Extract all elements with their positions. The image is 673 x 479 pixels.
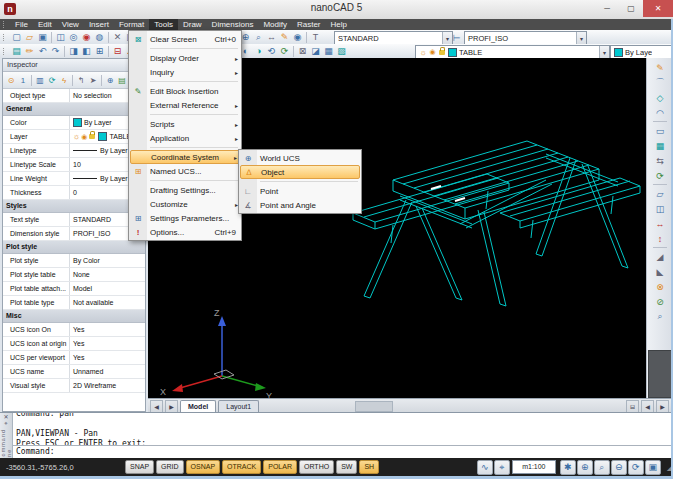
close-icon[interactable]: ✕ [3,413,8,420]
clipboard-icon[interactable]: ▤ [116,74,128,87]
fillet-tool-icon[interactable]: ◣ [652,264,668,279]
scroll-right-button[interactable]: ▶ [656,400,669,413]
new-file-icon[interactable]: ▢ [10,31,23,44]
dimension-style-combo[interactable]: PROFI_ISO ▾ [464,31,587,45]
toggle-sw[interactable]: SW [336,460,357,474]
section-styles[interactable]: Styles [3,200,145,213]
menu-item-inquiry[interactable]: Inquiry ▸ [130,65,240,79]
menu-item-external-reference[interactable]: External Reference ▸ [130,98,240,112]
menu-item-edit-block-insertion[interactable]: ✎ Edit Block Insertion [130,84,240,98]
menu-edit[interactable]: Edit [33,19,57,30]
toggle-polar[interactable]: POLAR [263,460,297,474]
paste-icon[interactable]: ▤ [10,45,23,58]
edit-pencil-icon[interactable]: ✎ [278,31,291,44]
submenu-item-world-ucs[interactable]: ⊕ World UCS [240,151,360,165]
polygon-tool-icon[interactable]: ◇ [652,90,668,105]
regen-icon[interactable]: ⟳ [628,460,644,475]
property-row-dimension-style[interactable]: Dimension style PROFI_ISO [3,227,145,241]
property-row-plot-table-attach[interactable]: Plot table attach... Model [3,282,145,296]
menu-insert[interactable]: Insert [84,19,114,30]
menu-item-settings-parameters[interactable]: ⊞ Settings Parameters... [130,211,240,225]
menu-dimensions[interactable]: Dimensions [207,19,259,30]
property-row-ucs-name[interactable]: UCS name Unnamed [3,365,145,379]
trim-tool-icon[interactable]: ⊗ [652,279,668,294]
property-row-ucs-icon-origin[interactable]: UCS icon at origin Yes [3,337,145,351]
rectangle-tool-icon[interactable]: ▭ [652,123,668,138]
property-row-plot-style[interactable]: Plot style By Color [3,254,145,268]
grid-display-icon[interactable]: ▦ [322,45,335,58]
title-bar[interactable]: n nanoCAD 5 ─ ▢ ✕ [0,0,673,20]
property-row-linetype-scale[interactable]: Linetype Scale 10 [3,158,145,172]
menu-format[interactable]: Format [114,19,149,30]
close-button[interactable]: ✕ [643,0,673,17]
save-icon[interactable]: ▣ [36,31,49,44]
quick-select-icon[interactable]: ϟ [58,74,70,87]
open-file-icon[interactable]: ▱ [23,31,36,44]
refresh-icon[interactable]: ⟳ [46,74,58,87]
publish-icon[interactable]: ◉ [80,31,93,44]
measure-icon[interactable]: ↔ [265,31,278,44]
menu-draw[interactable]: Draw [178,19,207,30]
menu-item-clear-screen[interactable]: ⊠ Clear Screen Ctrl+0 [130,32,240,46]
match-properties-icon[interactable]: ✏ [23,45,36,58]
toggle-grid[interactable]: GRID [156,460,184,474]
tab-prev-button[interactable]: ◀ [150,400,163,413]
block-editor-icon[interactable]: ⊞ [93,45,106,58]
property-row-color[interactable]: Color By Layer [3,116,145,130]
zoom-window-icon[interactable]: ⌕ [252,31,265,44]
plot-preview-icon[interactable]: ◎ [67,31,80,44]
submenu-item-object[interactable]: ∆ Object [240,165,360,179]
section-plot-style[interactable]: Plot style [3,241,145,254]
cursor-mode-icon[interactable]: ⌖ [494,460,510,475]
hatch-icon[interactable]: ▧ [335,45,348,58]
property-row-ucs-per-viewport[interactable]: UCS per viewport Yes [3,351,145,365]
layer-states-icon[interactable]: ◧ [80,45,93,58]
chamfer-tool-icon[interactable]: ◢ [652,249,668,264]
submenu-item-point[interactable]: ∟ Point [240,184,360,198]
dyn-input-icon[interactable]: ∿ [477,460,493,475]
copy-properties-icon[interactable]: ▥ [34,74,46,87]
cut-icon[interactable]: ✕ [111,31,124,44]
regen-icon[interactable]: ⟳ [278,45,291,58]
fullscreen-icon[interactable]: ▣ [645,460,661,475]
layers-icon[interactable]: ◨ [67,45,80,58]
world-icon[interactable]: ⊕ [104,74,116,87]
export-icon[interactable]: ◍ [93,31,106,44]
dimension-style-icon[interactable]: ⊢ [450,31,463,44]
property-row-ucs-icon-on[interactable]: UCS icon On Yes [3,323,145,337]
zoom-out-icon[interactable]: ⊖ [611,460,627,475]
offset-tool-icon[interactable]: ▱ [652,186,668,201]
rotate-tool-icon[interactable]: ⟳ [652,168,668,183]
text-style-combo[interactable]: STANDARD ▾ [334,31,453,45]
tab-next-button[interactable]: ▶ [165,400,178,413]
plot-icon[interactable]: ◫ [54,31,67,44]
maximize-button[interactable]: ▢ [619,0,643,17]
hatch-tool-icon[interactable]: ▦ [652,138,668,153]
pencil-tool-icon[interactable]: ✎ [652,60,668,75]
tab-model[interactable]: Model [180,400,216,413]
menu-item-scripts[interactable]: Scripts ▸ [130,117,240,131]
property-row-line-weight[interactable]: Line Weight By Layer [3,172,145,186]
extend-tool-icon[interactable]: ⊘ [652,294,668,309]
menu-modify[interactable]: Modify [258,19,292,30]
chevron-down-icon[interactable]: ▾ [576,32,586,44]
move-tool-icon[interactable]: ⇆ [652,153,668,168]
menu-item-display-order[interactable]: Display Order ▸ [130,51,240,65]
transparency-icon[interactable]: ◑ [252,45,265,58]
back-icon[interactable]: ↰ [75,74,87,87]
menu-item-named-ucs[interactable]: ⊞ Named UCS... [130,164,240,178]
spline-tool-icon[interactable]: ◠ [652,105,668,120]
docked-panel-collapsed[interactable] [648,350,673,398]
menu-item-options[interactable]: ! Options... Ctrl+9 [130,225,240,239]
chevron-down-icon[interactable]: ▾ [599,46,609,58]
toggle-snap[interactable]: SNAP [125,460,154,474]
scale-field[interactable]: m1:100 [512,460,556,474]
property-row-object-type[interactable]: Object type No selection [3,89,145,103]
select-count-icon[interactable]: 1 [17,74,29,87]
property-row-plot-table-type[interactable]: Plot table type Not available [3,296,145,310]
toggle-ortho[interactable]: ORTHO [299,460,334,474]
hscrollbar-thumb[interactable] [355,401,393,412]
toggle-sh[interactable]: SH [359,460,379,474]
menu-file[interactable]: File [10,19,33,30]
command-input[interactable]: Command: [13,445,673,458]
